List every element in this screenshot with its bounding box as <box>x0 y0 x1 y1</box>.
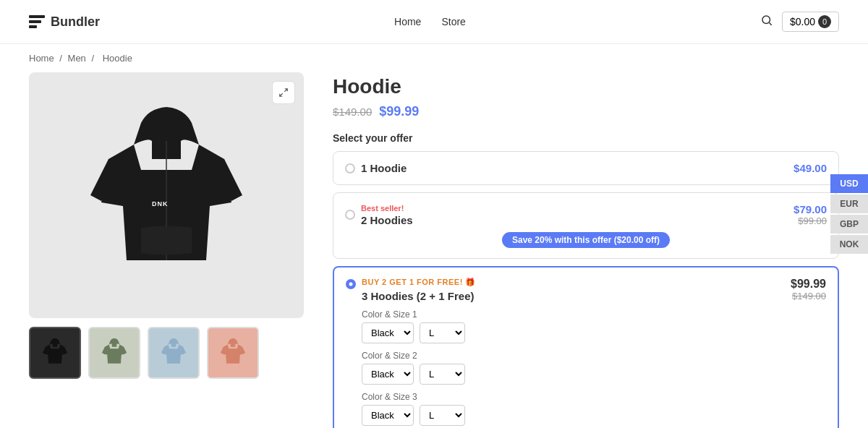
size-select-3[interactable]: XSSMLXLXXL <box>420 405 465 426</box>
bundle-title: 3 Hoodies (2 + 1 Free) <box>362 290 767 302</box>
breadcrumb: Home / Men / Hoodie <box>0 44 868 72</box>
offer-1-header: 1 Hoodie $49.00 <box>345 162 827 174</box>
select-offer-label: Select your offer <box>333 132 839 144</box>
bundle-header: BUY 2 GET 1 FOR FREE! 🎁 <box>362 278 767 287</box>
offer-2-price: $79.00 <box>793 203 827 215</box>
product-title: Hoodie <box>333 75 839 98</box>
offer-1-price: $49.00 <box>793 162 827 174</box>
logo: Bundler <box>29 14 100 30</box>
offer-2-original: $99.00 <box>793 215 827 226</box>
original-price: $149.00 <box>333 106 372 118</box>
offer-2-name: 2 Hoodies <box>361 214 413 226</box>
offer-2-radio <box>345 210 355 220</box>
currency-nok[interactable]: NOK <box>830 235 868 254</box>
bundle-top: BUY 2 GET 1 FOR FREE! 🎁 3 Hoodies (2 + 1… <box>346 278 826 428</box>
currency-usd[interactable]: USD <box>830 174 868 193</box>
search-button[interactable] <box>760 14 773 30</box>
cart-price: $0.00 <box>790 16 815 27</box>
bundle-radio <box>346 279 356 289</box>
thumbnail-0[interactable] <box>29 327 81 379</box>
bundle-tag: BUY 2 GET 1 FOR FREE! 🎁 <box>362 278 476 287</box>
offer-2-best-label: Best seller! <box>361 204 413 213</box>
logo-text: Bundler <box>51 14 100 30</box>
color-size-2-label: Color & Size 2 <box>362 351 767 361</box>
logo-icon <box>29 15 45 28</box>
color-select-3[interactable]: BlackWhiteGreyRed <box>362 405 414 426</box>
color-size-1-label: Color & Size 1 <box>362 309 767 320</box>
sale-price: $99.99 <box>379 104 419 119</box>
main-content: DNK Hoodie <box>0 72 868 428</box>
header-right: $0.00 0 <box>760 12 839 32</box>
color-size-group-2: Color & Size 2 BlackWhiteGreyRed XSSMLXL… <box>362 351 767 385</box>
breadcrumb-current: Hoodie <box>103 53 132 64</box>
expand-image-button[interactable] <box>272 81 295 104</box>
color-size-2-selects: BlackWhiteGreyRed XSSMLXLXXL <box>362 364 767 385</box>
offer-2-header: Best seller! 2 Hoodies $79.00 $99.00 <box>345 203 827 226</box>
thumbnail-1[interactable] <box>88 327 140 379</box>
svg-line-1 <box>769 22 771 25</box>
size-select-1[interactable]: XSSMLXLXXL <box>420 322 465 343</box>
thumbnail-list <box>29 327 304 379</box>
color-size-group-3: Color & Size 3 BlackWhiteGreyRed XSSMLXL… <box>362 392 767 426</box>
cart-button[interactable]: $0.00 0 <box>782 12 839 32</box>
offer-1-name: 1 Hoodie <box>361 162 407 174</box>
offer-card-2[interactable]: Best seller! 2 Hoodies $79.00 $99.00 Sav… <box>333 192 839 259</box>
breadcrumb-men[interactable]: Men <box>68 53 86 64</box>
currency-sidebar: USD EUR GBP NOK <box>830 174 868 254</box>
product-images: DNK <box>29 72 304 428</box>
offer-card-1[interactable]: 1 Hoodie $49.00 <box>333 151 839 185</box>
svg-point-0 <box>762 16 770 24</box>
header: Bundler Home Store $0.00 0 <box>0 0 868 44</box>
bundle-prices: $99.99 $149.00 <box>775 278 826 301</box>
bundle-price-old: $149.00 <box>775 291 826 301</box>
color-select-1[interactable]: BlackWhiteGreyRed <box>362 322 414 343</box>
offer-2-save-container: Save 20% with this offer ($20.00 off) <box>345 226 827 248</box>
bundle-price-new: $99.99 <box>775 278 826 291</box>
breadcrumb-home[interactable]: Home <box>29 53 54 64</box>
nav-store[interactable]: Store <box>441 16 465 27</box>
bundle-offer-card[interactable]: BUY 2 GET 1 FOR FREE! 🎁 3 Hoodies (2 + 1… <box>333 266 839 428</box>
offer-2-save-badge: Save 20% with this offer ($20.00 off) <box>502 232 670 248</box>
currency-gbp[interactable]: GBP <box>830 215 868 234</box>
bundle-left: BUY 2 GET 1 FOR FREE! 🎁 3 Hoodies (2 + 1… <box>362 278 767 428</box>
color-size-group-1: Color & Size 1 BlackWhiteGreyRed XSSMLXL… <box>362 309 767 343</box>
cart-badge: 0 <box>818 15 831 28</box>
nav-home[interactable]: Home <box>394 16 421 27</box>
thumbnail-3[interactable] <box>207 327 259 379</box>
color-size-3-selects: BlackWhiteGreyRed XSSMLXLXXL <box>362 405 767 426</box>
pricing: $149.00 $99.99 <box>333 104 839 119</box>
color-select-2[interactable]: BlackWhiteGreyRed <box>362 364 414 385</box>
product-info: Hoodie $149.00 $99.99 Select your offer … <box>333 72 839 428</box>
color-size-3-label: Color & Size 3 <box>362 392 767 402</box>
main-nav: Home Store <box>394 16 466 27</box>
offer-1-radio <box>345 163 355 174</box>
svg-text:DNK: DNK <box>152 200 169 207</box>
currency-eur[interactable]: EUR <box>830 194 868 213</box>
main-product-image: DNK <box>29 72 304 318</box>
thumbnail-2[interactable] <box>148 327 200 379</box>
color-size-1-selects: BlackWhiteGreyRed XSSMLXLXXL <box>362 322 767 343</box>
size-select-2[interactable]: XSSMLXLXXL <box>420 364 465 385</box>
hoodie-svg: DNK <box>87 101 246 289</box>
